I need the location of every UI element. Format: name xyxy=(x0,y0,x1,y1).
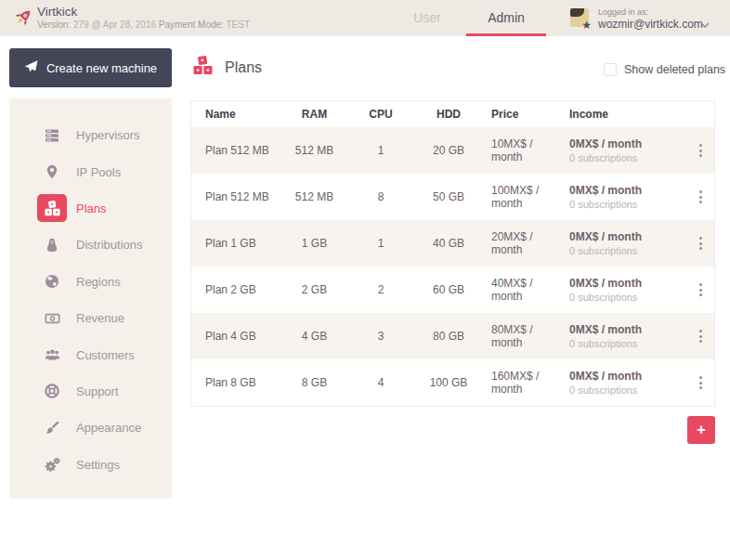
income-cell: 0MX$ / month 0 subscriptions xyxy=(565,137,685,164)
sidebar-item-label: IP Pools xyxy=(76,165,121,179)
sidebar-item-distributions[interactable]: Distributions xyxy=(9,227,172,263)
table-row: Plan 2 GB 2 GB 2 60 GB 40MX$ / month 0MX… xyxy=(191,267,714,313)
sidebar-item-hypervisors[interactable]: Hypervisors xyxy=(9,117,172,153)
cpu-cell: 2 xyxy=(349,283,412,296)
income-cell: 0MX$ / month 0 subscriptions xyxy=(565,277,685,304)
price-cell: 10MX$ / month xyxy=(485,137,565,163)
create-new-machine-label: Create new machine xyxy=(46,61,157,75)
plan-name-cell: Plan 2 GB xyxy=(191,283,280,296)
hdd-cell: 80 GB xyxy=(412,330,485,343)
price-cell: 80MX$ / month xyxy=(485,323,565,349)
tab-admin[interactable]: Admin xyxy=(466,0,546,36)
avatar-image xyxy=(570,8,584,17)
subscriptions-count: 0 subscriptions xyxy=(569,151,685,164)
plan-name-cell: Plan 8 GB xyxy=(191,376,280,389)
column-header-name: Name xyxy=(191,108,280,121)
tab-user[interactable]: User xyxy=(387,0,467,33)
ram-cell: 8 GB xyxy=(280,376,349,389)
subscriptions-count: 0 subscriptions xyxy=(569,337,685,350)
page-title: Plans xyxy=(225,59,262,76)
sidebar-item-revenue[interactable]: Revenue xyxy=(9,300,172,336)
version-value: 279 @ Apr 28, 2016 xyxy=(73,20,156,30)
globe-icon xyxy=(37,267,67,295)
income-cell: 0MX$ / month 0 subscriptions xyxy=(565,323,685,350)
version-label: Version: xyxy=(37,20,71,30)
hdd-cell: 40 GB xyxy=(412,237,485,250)
rocket-icon[interactable] xyxy=(10,6,35,31)
sidebar-item-settings[interactable]: Settings xyxy=(9,447,172,483)
linux-icon xyxy=(37,231,67,259)
table-row: Plan 8 GB 8 GB 4 100 GB 160MX$ / month 0… xyxy=(191,359,714,406)
table-row: Plan 1 GB 1 GB 1 40 GB 20MX$ / month 0MX… xyxy=(191,220,714,267)
plan-name-cell: Plan 512 MB xyxy=(191,144,280,157)
ram-cell: 512 MB xyxy=(280,190,349,203)
sidebar-item-plans[interactable]: Plans xyxy=(9,190,172,227)
subscriptions-count: 0 subscriptions xyxy=(569,198,685,211)
table-row: Plan 4 GB 4 GB 3 80 GB 80MX$ / month 0MX… xyxy=(191,313,714,359)
income-amount: 0MX$ / month xyxy=(569,184,685,198)
sidebar-item-appearance[interactable]: Appearance xyxy=(9,410,172,446)
sidebar-item-support[interactable]: Support xyxy=(9,373,172,410)
row-menu-button[interactable] xyxy=(690,274,712,306)
hdd-cell: 20 GB xyxy=(412,144,485,157)
cubes-icon xyxy=(192,56,214,79)
row-menu-button[interactable] xyxy=(690,228,712,259)
income-amount: 0MX$ / month xyxy=(569,277,685,291)
column-header-cpu: CPU xyxy=(349,108,412,121)
payment-mode-label: Payment Mode: xyxy=(159,20,224,30)
sidebar-item-label: Plans xyxy=(76,202,107,215)
sidebar-item-regions[interactable]: Regions xyxy=(9,264,172,300)
subscriptions-count: 0 subscriptions xyxy=(569,291,685,304)
create-new-machine-button[interactable]: Create new machine xyxy=(9,48,172,87)
sidebar-item-label: Customers xyxy=(76,348,135,362)
ram-cell: 4 GB xyxy=(280,330,349,343)
hdd-cell: 100 GB xyxy=(412,376,485,389)
cpu-cell: 8 xyxy=(349,190,412,203)
row-menu-button[interactable] xyxy=(690,135,712,166)
row-menu-button[interactable] xyxy=(690,320,712,352)
payment-mode-value: TEST xyxy=(226,20,250,30)
income-amount: 0MX$ / month xyxy=(569,323,685,337)
subscriptions-count: 0 subscriptions xyxy=(569,384,685,397)
plan-name-cell: Plan 512 MB xyxy=(191,190,280,203)
servers-icon xyxy=(37,122,67,150)
add-plan-button[interactable]: + xyxy=(687,416,715,444)
cpu-cell: 1 xyxy=(349,237,412,250)
show-deleted-checkbox[interactable] xyxy=(604,63,617,76)
paintbrush-icon xyxy=(37,414,67,442)
sidebar-item-label: Hypervisors xyxy=(76,128,140,142)
table-row: Plan 512 MB 512 MB 8 50 GB 100MX$ / mont… xyxy=(191,174,714,220)
show-deleted-plans-control: Show deleted plans xyxy=(604,63,725,76)
sidebar-item-label: Support xyxy=(76,384,119,398)
price-cell: 20MX$ / month xyxy=(485,230,565,256)
row-menu-button[interactable] xyxy=(690,367,712,398)
column-header-price: Price xyxy=(485,108,565,121)
sidebar-item-ip-pools[interactable]: IP Pools xyxy=(9,153,172,189)
row-menu-button[interactable] xyxy=(690,181,712,213)
plans-table: Name RAM CPU HDD Price Income Plan 512 M… xyxy=(190,100,715,407)
column-header-hdd: HDD xyxy=(412,108,485,121)
chevron-down-icon[interactable] xyxy=(700,16,710,33)
sidebar-item-label: Regions xyxy=(76,275,121,289)
topbar: Virtkick Version: 279 @ Apr 28, 2016 Pay… xyxy=(0,0,730,36)
page-header: Plans xyxy=(192,56,262,79)
column-header-ram: RAM xyxy=(280,108,349,121)
sidebar-item-label: Distributions xyxy=(76,238,143,252)
sidebar-item-customers[interactable]: Customers xyxy=(9,336,172,372)
map-marker-icon xyxy=(37,158,67,186)
paper-plane-icon xyxy=(24,59,38,76)
brand-name[interactable]: Virtkick xyxy=(37,5,77,19)
table-header: Name RAM CPU HDD Price Income xyxy=(191,101,714,127)
income-amount: 0MX$ / month xyxy=(569,230,685,244)
ram-cell: 2 GB xyxy=(280,283,349,296)
ram-cell: 512 MB xyxy=(280,144,349,157)
account-email[interactable]: wozmir@virtkick.com xyxy=(598,18,703,31)
cubes-icon xyxy=(37,194,67,222)
income-cell: 0MX$ / month 0 subscriptions xyxy=(565,230,685,257)
price-cell: 160MX$ / month xyxy=(485,370,565,396)
sidebar-item-label: Appearance xyxy=(76,421,141,435)
income-amount: 0MX$ / month xyxy=(569,137,685,151)
table-body: Plan 512 MB 512 MB 1 20 GB 10MX$ / month… xyxy=(191,127,714,406)
avatar[interactable]: ★ xyxy=(570,8,589,27)
money-icon xyxy=(37,305,67,332)
